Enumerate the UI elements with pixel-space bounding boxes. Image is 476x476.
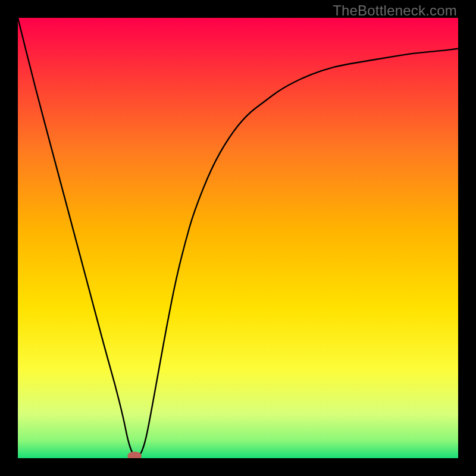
bottleneck-chart xyxy=(18,18,458,458)
chart-frame xyxy=(18,18,458,458)
watermark-text: TheBottleneck.com xyxy=(333,2,457,19)
chart-background xyxy=(18,18,458,458)
